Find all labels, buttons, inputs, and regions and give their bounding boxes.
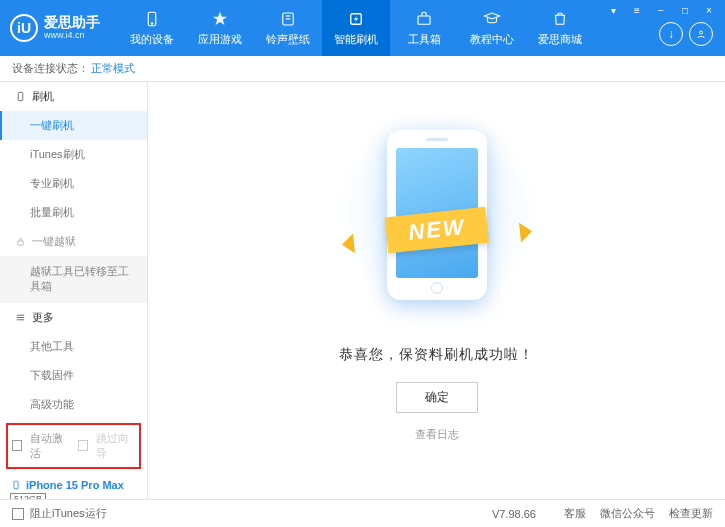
section-flash[interactable]: 刷机 xyxy=(0,82,147,111)
svg-point-7 xyxy=(700,31,703,34)
device-info: iPhone 15 Pro Max 512GB iPhone xyxy=(0,473,147,499)
footer: 阻止iTunes运行 V7.98.66 客服 微信公众号 检查更新 xyxy=(0,499,725,527)
phone-icon xyxy=(14,91,26,103)
jailbreak-note: 越狱工具已转移至工具箱 xyxy=(0,256,147,303)
nav-tutorials[interactable]: 教程中心 xyxy=(458,0,526,56)
section-more[interactable]: 更多 xyxy=(0,303,147,332)
lock-icon xyxy=(14,236,26,248)
logo-icon: iU xyxy=(10,14,38,42)
status-bar: 设备连接状态： 正常模式 xyxy=(0,56,725,82)
nav-ringtones[interactable]: 铃声壁纸 xyxy=(254,0,322,56)
top-nav: 我的设备 应用游戏 铃声壁纸 智能刷机 工具箱 教程中心 爱思商城 xyxy=(118,0,594,56)
store-icon xyxy=(550,9,570,29)
device-name[interactable]: iPhone 15 Pro Max xyxy=(10,479,137,491)
flash-icon xyxy=(346,9,366,29)
window-controls: ▾ ≡ − □ × xyxy=(605,3,717,17)
version-label: V7.98.66 xyxy=(492,508,536,520)
phone-illustration: NEW xyxy=(347,122,527,322)
nav-toolbox[interactable]: 工具箱 xyxy=(390,0,458,56)
footer-link-wechat[interactable]: 微信公众号 xyxy=(600,506,655,521)
svg-rect-9 xyxy=(17,241,23,245)
svg-rect-6 xyxy=(418,16,430,24)
sidebar-item-other-tools[interactable]: 其他工具 xyxy=(0,332,147,361)
sidebar-item-download-firmware[interactable]: 下载固件 xyxy=(0,361,147,390)
view-log-link[interactable]: 查看日志 xyxy=(415,427,459,442)
main-content: NEW 恭喜您，保资料刷机成功啦！ 确定 查看日志 xyxy=(148,82,725,499)
toolbox-icon xyxy=(414,9,434,29)
success-message: 恭喜您，保资料刷机成功啦！ xyxy=(339,346,534,364)
device-icon xyxy=(142,9,162,29)
nav-apps[interactable]: 应用游戏 xyxy=(186,0,254,56)
more-icon xyxy=(14,311,26,323)
svg-rect-8 xyxy=(18,92,23,100)
ok-button[interactable]: 确定 xyxy=(396,382,478,413)
sidebar-item-one-click-flash[interactable]: 一键刷机 xyxy=(0,111,147,140)
cart-icon[interactable]: ▾ xyxy=(605,3,621,17)
apps-icon xyxy=(210,9,230,29)
footer-link-support[interactable]: 客服 xyxy=(564,506,586,521)
sidebar: 刷机 一键刷机 iTunes刷机 专业刷机 批量刷机 一键越狱 越狱工具已转移至… xyxy=(0,82,148,499)
download-button[interactable]: ↓ xyxy=(659,22,683,46)
sidebar-item-batch-flash[interactable]: 批量刷机 xyxy=(0,198,147,227)
skip-guide-checkbox[interactable] xyxy=(78,440,88,451)
nav-my-device[interactable]: 我的设备 xyxy=(118,0,186,56)
menu-icon[interactable]: ≡ xyxy=(629,3,645,17)
logo: iU 爱思助手 www.i4.cn xyxy=(10,14,100,42)
nav-store[interactable]: 爱思商城 xyxy=(526,0,594,56)
auto-activate-label: 自动激活 xyxy=(30,431,69,461)
status-value: 正常模式 xyxy=(91,61,135,76)
app-header: iU 爱思助手 www.i4.cn 我的设备 应用游戏 铃声壁纸 智能刷机 工具… xyxy=(0,0,725,56)
ringtone-icon xyxy=(278,9,298,29)
nav-flash[interactable]: 智能刷机 xyxy=(322,0,390,56)
skip-guide-label: 跳过向导 xyxy=(96,431,135,461)
svg-point-1 xyxy=(151,23,153,25)
tutorial-icon xyxy=(482,9,502,29)
block-itunes-checkbox[interactable] xyxy=(12,508,24,520)
sidebar-item-pro-flash[interactable]: 专业刷机 xyxy=(0,169,147,198)
close-button[interactable]: × xyxy=(701,3,717,17)
status-label: 设备连接状态： xyxy=(12,61,89,76)
svg-rect-13 xyxy=(14,481,18,489)
block-itunes-label: 阻止iTunes运行 xyxy=(30,506,107,521)
section-jailbreak: 一键越狱 xyxy=(0,227,147,256)
app-title: 爱思助手 xyxy=(44,15,100,30)
device-small-icon xyxy=(10,479,22,491)
storage-badge: 512GB xyxy=(10,493,46,499)
maximize-button[interactable]: □ xyxy=(677,3,693,17)
user-button[interactable] xyxy=(689,22,713,46)
app-url: www.i4.cn xyxy=(44,31,100,41)
footer-link-update[interactable]: 检查更新 xyxy=(669,506,713,521)
minimize-button[interactable]: − xyxy=(653,3,669,17)
auto-activate-checkbox[interactable] xyxy=(12,440,22,451)
sidebar-item-advanced[interactable]: 高级功能 xyxy=(0,390,147,419)
sidebar-item-itunes-flash[interactable]: iTunes刷机 xyxy=(0,140,147,169)
options-highlight-box: 自动激活 跳过向导 xyxy=(6,423,141,469)
